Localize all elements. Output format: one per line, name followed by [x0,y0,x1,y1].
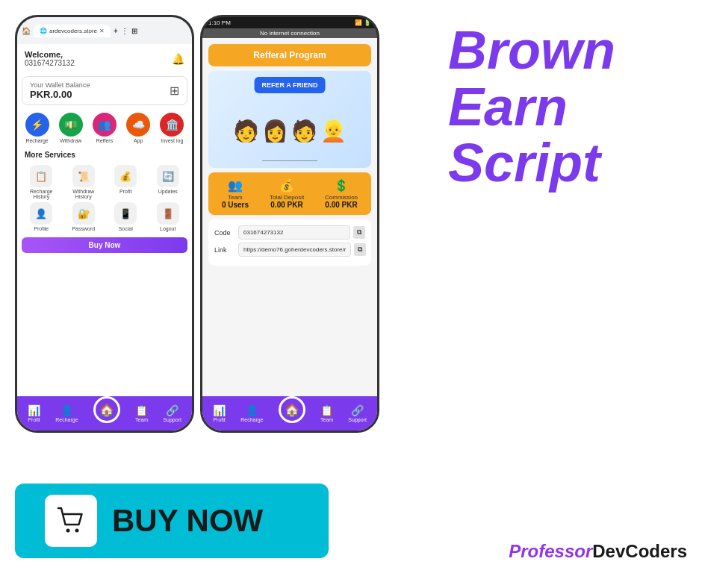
service-updates[interactable]: 🔄 Updates [149,165,188,199]
stat-commission-icon: 💲 [334,178,349,193]
brand-professor: Professor [509,541,592,562]
nav-recharge-icon-right: 👤 [246,404,258,416]
welcome-block: Welcome, 031674273132 [25,50,75,67]
link-copy-btn[interactable]: ⧉ [354,243,366,256]
invest-icon: 🏛️ [160,113,184,137]
stat-deposit-icon: 💰 [279,178,294,193]
nav-recharge-icon-left: 👤 [60,404,73,416]
social-icon: 📱 [114,202,137,225]
chrome-bar: 🏠 🌐 ardevcoders.store ✕ + ⋮ ⊞ [17,17,192,44]
service-profile[interactable]: 👤 Profile [22,202,61,231]
services-grid: 📋 Recharge History 📜 Withdraw History 💰 … [17,162,192,234]
nav-home-circle-right[interactable]: 🏠 [279,396,305,423]
no-internet-bar: No internet connection [202,28,377,38]
stat-deposit-value: 0.00 PKR [270,201,302,209]
spacer [17,256,192,396]
wallet-info: Your Wallet Balance PKR.0.00 [30,81,90,100]
right-phone-screen: Refferal Program REFER A FRIEND 🧑 👩 🧑 👱 [202,38,377,431]
nav-team-right[interactable]: 📋 Team [320,404,333,422]
cart-icon [55,505,87,537]
person3: 🧑 [291,119,317,143]
nav-recharge-right[interactable]: 👤 Recharge [240,404,263,422]
action-reffers[interactable]: 👥 Reffers [93,113,117,143]
stat-commission-label: Commission [325,194,358,201]
tab-close-icon[interactable]: ✕ [99,28,105,34]
service-social[interactable]: 📱 Social [106,202,146,231]
stat-deposit: 💰 Total Deposit 0.00 PKR [270,178,304,209]
table-illustration: ───────────── [262,157,317,164]
nav-support-right[interactable]: 🔗 Support [348,404,367,422]
refer-friend-img: REFER A FRIEND 🧑 👩 🧑 👱 ───────────── [208,71,371,168]
service-withdraw-history[interactable]: 📜 Withdraw History [64,165,104,199]
svg-point-0 [66,529,70,533]
social-label: Social [119,226,133,231]
nav-recharge-label-right: Recharge [240,417,263,422]
code-field[interactable]: 031674273132 [238,225,350,240]
nav-support-label-right: Support [348,417,367,422]
nav-home-right[interactable]: 🏠 [279,404,305,423]
buy-now-button[interactable]: BUY NOW [15,484,329,558]
app-label: App [134,138,143,143]
recharge-history-icon: 📋 [30,165,52,187]
bell-icon[interactable]: 🔔 [172,53,184,65]
nav-recharge-left[interactable]: 👤 Recharge [55,404,78,422]
service-recharge-history[interactable]: 📋 Recharge History [22,165,61,199]
password-icon: 🔐 [72,202,95,225]
title-line1: Brown Earn Script [448,22,680,192]
service-password[interactable]: 🔐 Password [64,202,104,231]
welcome-label: Welcome, [25,50,75,59]
menu-icon[interactable]: ⋮ [121,27,128,35]
withdraw-history-icon: 📜 [72,165,95,187]
action-app[interactable]: ☁️ App [126,113,150,143]
welcome-phone: 031674273132 [25,59,75,67]
refer-badge-text: REFER A FRIEND [262,81,318,89]
wallet-amount: PKR.0.00 [30,89,90,100]
new-tab-icon[interactable]: + [114,27,118,35]
right-status-bar: 1:10 PM 📶 🔋 [202,17,377,28]
chrome-home-icon[interactable]: 🏠 [22,27,31,35]
nav-team-left[interactable]: 📋 Team [135,404,148,422]
reffers-label: Reffers [96,138,113,143]
link-field[interactable]: https://demo76.goherdevcoders.store/r [238,243,351,257]
main-container: 🏠 🌐 ardevcoders.store ✕ + ⋮ ⊞ We [0,0,702,588]
brand-devcoders: DevCoders [592,541,687,562]
person4: 👱 [320,119,347,143]
nav-home-left[interactable]: 🏠 [93,404,120,423]
stat-deposit-label: Total Deposit [270,194,304,201]
nav-profit-icon-left: 📊 [28,404,40,416]
stat-team-value: 0 Users [222,201,249,209]
reffers-icon: 👥 [93,113,117,137]
withdraw-label: Withdraw [60,138,81,143]
phones-container: 🏠 🌐 ardevcoders.store ✕ + ⋮ ⊞ We [7,7,426,440]
profile-icon: 👤 [30,202,52,225]
right-bottom-nav: 📊 Profit 👤 Recharge 🏠 [202,396,377,431]
service-logout[interactable]: 🚪 Logout [149,202,188,231]
grid-icon[interactable]: ⊞ [131,27,137,35]
nav-home-circle-left[interactable]: 🏠 [93,396,120,423]
top-section: 🏠 🌐 ardevcoders.store ✕ + ⋮ ⊞ We [7,7,695,444]
nav-profit-right[interactable]: 📊 Profit [213,404,226,422]
action-invest[interactable]: 🏛️ Invest log [160,113,184,143]
code-copy-btn[interactable]: ⧉ [353,226,365,239]
nav-team-icon-left: 📋 [135,404,148,416]
service-profit[interactable]: 💰 Profit [106,165,146,199]
link-label: Link [214,246,235,254]
tab-icon: 🌐 [40,28,47,34]
person1: 🧑 [233,119,259,143]
stats-section: 👥 Team 0 Users 💰 Total Deposit 0.00 PKR … [208,172,371,215]
nav-support-left[interactable]: 🔗 Support [163,404,181,422]
right-phone: 1:10 PM 📶 🔋 No internet connection Reffe… [200,15,379,433]
action-recharge[interactable]: ⚡ Recharge [25,113,49,143]
nav-team-label-left: Team [135,417,148,422]
tab-url: ardevcoders.store [49,28,97,34]
recharge-label: Recharge [25,138,48,143]
stat-team-icon: 👥 [228,178,243,193]
title-brown: Brown [448,20,615,80]
nav-home-icon-left: 🏠 [99,403,114,417]
left-phone: 🏠 🌐 ardevcoders.store ✕ + ⋮ ⊞ We [15,15,194,433]
qr-icon[interactable]: ⊞ [170,84,179,98]
wallet-section: Your Wallet Balance PKR.0.00 ⊞ [22,76,187,105]
action-withdraw[interactable]: 💵 Withdraw [59,113,83,143]
nav-profit-left[interactable]: 📊 Profit [28,404,40,422]
buy-now-banner[interactable]: Buy Now [22,237,187,253]
